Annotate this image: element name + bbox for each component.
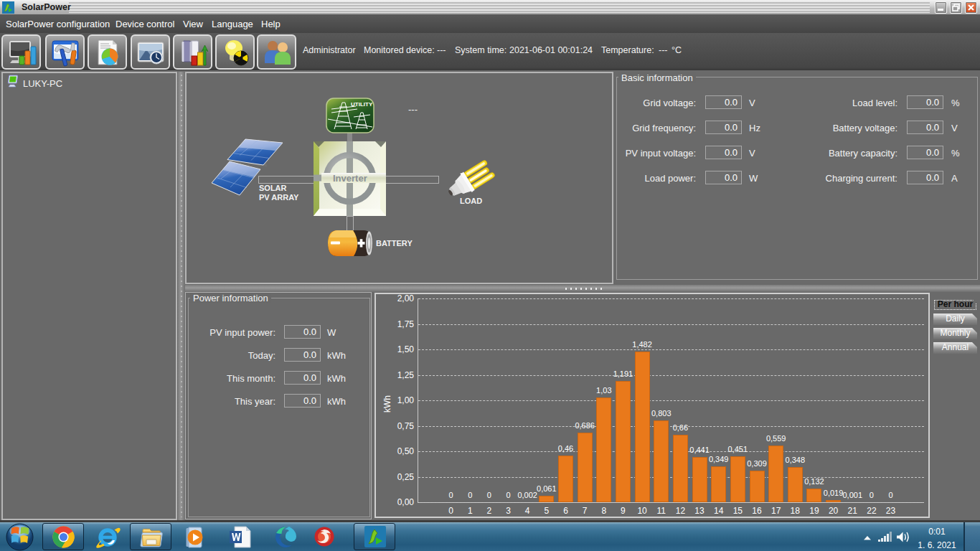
svg-text:---: --- — [408, 104, 418, 115]
svg-text:PV ARRAY: PV ARRAY — [259, 193, 299, 202]
svg-text:BATTERY: BATTERY — [376, 239, 413, 248]
svg-text:UTILITY: UTILITY — [351, 101, 373, 108]
svg-text:Inverter: Inverter — [333, 173, 367, 184]
svg-text:SOLAR: SOLAR — [259, 184, 287, 192]
svg-text:LOAD: LOAD — [460, 197, 482, 205]
